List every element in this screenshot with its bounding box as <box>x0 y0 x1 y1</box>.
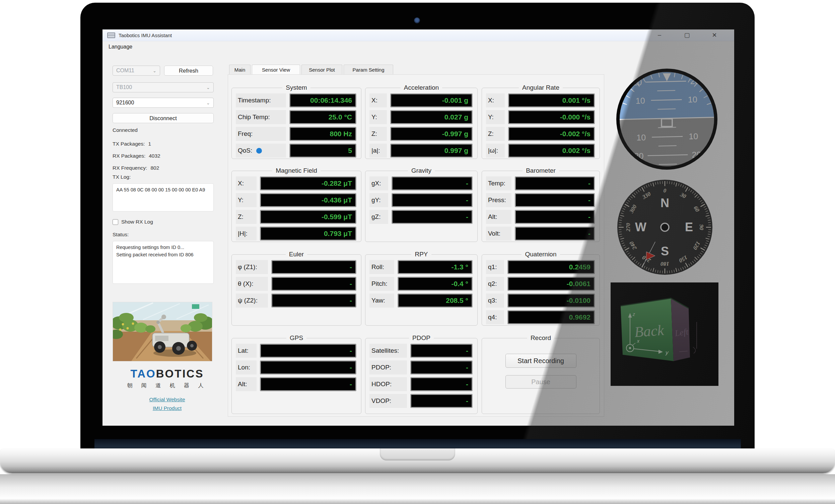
gps-lon-display: - <box>260 360 357 375</box>
accel-z-display: -0.997 g <box>390 127 473 141</box>
field-label: X: <box>238 180 244 187</box>
field-label: Press: <box>488 196 506 204</box>
tab-sensor-plot[interactable]: Sensor Plot <box>302 65 342 75</box>
tx-packages-value: 1 <box>148 141 151 147</box>
field-label: HDOP: <box>371 380 391 388</box>
field-label: Alt: <box>488 213 497 220</box>
timestamp-display: 00:06:14.346 <box>289 93 357 107</box>
tx-log-box[interactable]: AA 55 08 0C 08 00 00 15 00 00 00 E0 A9 <box>113 183 214 211</box>
model-value: TB100 <box>116 84 132 90</box>
chevron-down-icon: ⌄ <box>153 68 157 73</box>
roll-display: -1.3 ° <box>398 260 473 274</box>
tab-bar: Main Sensor View Sensor Plot Param Setti… <box>229 65 393 75</box>
pitch-label: 10 <box>636 96 645 105</box>
field-label: Z: <box>488 130 494 138</box>
accel-y-display: 0.027 g <box>390 110 473 124</box>
baudrate-select[interactable]: 921600 ⌄ <box>113 98 214 108</box>
axis-y-label: y <box>665 350 669 356</box>
field-label: VDOP: <box>371 397 391 405</box>
cube-side-label: Left <box>674 327 689 338</box>
svg-text:270: 270 <box>625 223 631 232</box>
connection-status: Connected <box>113 127 222 134</box>
cube-front-label: Back <box>634 322 665 340</box>
panel-angular-rate: Angular Rate X:0.001 °/s Y:-0.000 °/s Z:… <box>482 84 600 159</box>
field-label: Y: <box>488 113 494 121</box>
pitch-label: 10 <box>688 95 697 104</box>
brand-logo: TAOBOTICS <box>113 368 222 380</box>
field-label: |ω|: <box>488 147 498 154</box>
accel-x-display: -0.001 g <box>390 93 473 107</box>
q2-display: -0.0061 <box>507 277 595 291</box>
gyro-mag-display: 0.002 °/s <box>508 144 595 158</box>
q1-display: 0.2459 <box>507 260 595 274</box>
field-label: Alt: <box>238 380 247 388</box>
panel-gps-title: GPS <box>286 334 306 342</box>
field-label: Yaw: <box>371 297 385 304</box>
minimize-button[interactable]: – <box>654 31 665 39</box>
field-label: gX: <box>371 180 381 187</box>
gps-lat-display: - <box>260 344 357 358</box>
tab-sensor-view[interactable]: Sensor View <box>252 65 300 75</box>
sidebar: COM11 ⌄ Refresh TB100 ⌄ 921600 ⌄ Disconn… <box>113 66 222 411</box>
field-label: q4: <box>488 314 497 321</box>
gravity-x-display: - <box>391 176 473 190</box>
start-recording-button[interactable]: Start Recording <box>505 354 576 368</box>
field-label: Y: <box>371 113 377 121</box>
tx-log-label: TX Log: <box>113 174 222 182</box>
field-label: gY: <box>371 196 381 204</box>
status-label: Status: <box>113 232 222 239</box>
mag-y-display: -0.436 μT <box>260 193 357 207</box>
svg-text:90: 90 <box>698 225 705 231</box>
pitch-label: 10 <box>689 131 698 141</box>
status-line: Setting packet received from ID 806 <box>116 251 210 259</box>
pdop-display: - <box>410 360 473 375</box>
panel-magnetic-field: Magnetic Field X:-0.282 μT Y:-0.436 μT Z… <box>231 167 361 242</box>
panel-gravity-title: Gravity <box>408 167 435 174</box>
tab-main[interactable]: Main <box>229 65 250 75</box>
qos-indicator-icon <box>256 148 262 154</box>
maximize-button[interactable]: ▢ <box>682 31 692 39</box>
field-label: Pitch: <box>371 280 388 288</box>
show-rx-log-checkbox[interactable] <box>113 219 118 225</box>
panel-pdop-title: PDOP <box>409 334 434 342</box>
euler-psi-display: - <box>271 294 357 308</box>
panel-acceleration: Acceleration X:-0.001 g Y:0.027 g Z:-0.9… <box>365 84 477 159</box>
close-button[interactable]: ✕ <box>709 31 719 39</box>
panel-system: System Timestamp:00:06:14.346 Chip Temp:… <box>231 84 361 159</box>
chevron-down-icon: ⌄ <box>206 100 210 105</box>
menu-language[interactable]: Language <box>108 44 132 50</box>
show-rx-log-label: Show RX Log <box>121 219 153 225</box>
q3-display: -0.0100 <box>507 294 595 308</box>
panel-barometer-title: Barometer <box>523 167 559 174</box>
field-label: Timestamp: <box>238 97 271 104</box>
svg-text:N: N <box>660 196 669 210</box>
refresh-button[interactable]: Refresh <box>164 66 213 76</box>
window-title: Taobotics IMU Assistant <box>119 33 172 38</box>
compass-gauge: 0306090120150180210240270300330NESW <box>617 180 713 275</box>
attitude-indicator-gauge: 20 20 10 10 10 10 20 20 <box>616 69 717 170</box>
rx-packages-value: 4032 <box>149 153 160 159</box>
euler-theta-display: - <box>271 277 357 291</box>
laptop-base <box>0 448 835 473</box>
svg-text:W: W <box>635 220 647 234</box>
status-box[interactable]: Requesting settings from ID 0... Setting… <box>113 241 214 284</box>
menu-bar: Language <box>102 41 734 52</box>
tab-param-setting[interactable]: Param Setting <box>344 65 393 75</box>
euler-phi-display: - <box>271 260 357 274</box>
panel-system-title: System <box>282 84 310 91</box>
gravity-y-display: - <box>391 193 473 207</box>
panel-angular-rate-title: Angular Rate <box>519 84 563 91</box>
imu-product-link[interactable]: IMU Product <box>113 405 222 411</box>
accel-mag-display: 0.997 g <box>390 144 473 158</box>
mag-mag-display: 0.793 μT <box>260 227 357 240</box>
gyro-y-display: -0.000 °/s <box>508 110 595 124</box>
brand-tao: TAO <box>130 368 156 380</box>
field-label: Roll: <box>371 264 384 271</box>
official-website-link[interactable]: Official Website <box>113 397 222 403</box>
baudrate-value: 921600 <box>116 100 134 106</box>
field-label: Temp: <box>488 180 505 187</box>
disconnect-button[interactable]: Disconnect <box>113 113 214 123</box>
field-label: Z: <box>371 130 377 138</box>
field-label: q3: <box>488 297 497 304</box>
panel-euler-title: Euler <box>286 251 307 258</box>
